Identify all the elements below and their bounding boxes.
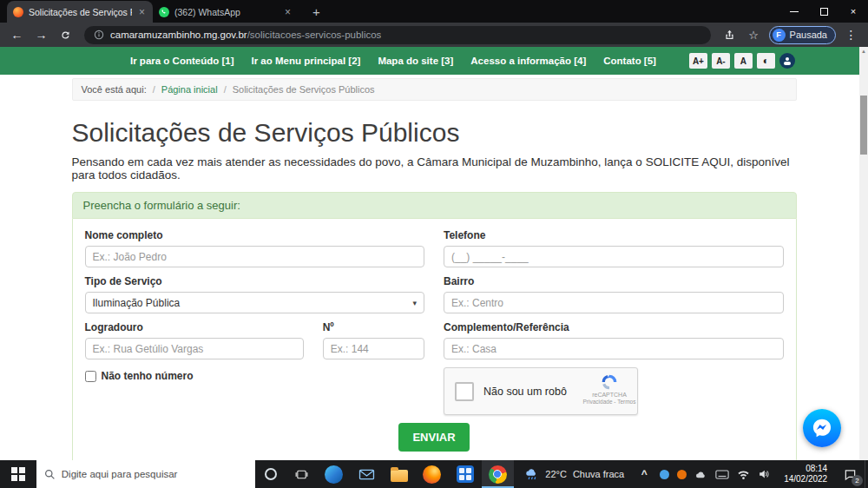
bairro-input[interactable] bbox=[444, 292, 784, 313]
tipo-servico-value: Iluminação Pública bbox=[93, 297, 181, 309]
reload-button[interactable] bbox=[56, 26, 75, 44]
reload-icon bbox=[60, 30, 71, 41]
site-favicon-icon bbox=[13, 7, 23, 17]
windows-taskbar: 22°C Chuva fraca ^ 08:14 14/02/2022 2 bbox=[0, 460, 868, 488]
page-title: Solicitações de Serviços Públicos bbox=[72, 118, 797, 148]
minimize-icon bbox=[790, 11, 799, 12]
taskbar-search[interactable] bbox=[36, 460, 255, 488]
font-decrease-button[interactable]: A- bbox=[712, 53, 730, 69]
scrollbar-up-icon[interactable]: ▲ bbox=[859, 47, 868, 56]
clock-date: 14/02/2022 bbox=[784, 474, 827, 485]
address-bar[interactable]: camaramuzambinho.mg.gov.br/solicitacoes-… bbox=[84, 26, 711, 44]
tipo-servico-select[interactable]: Iluminação Pública ▾ bbox=[85, 292, 425, 313]
tab-close-icon[interactable]: × bbox=[283, 6, 293, 18]
tab-whatsapp[interactable]: (362) WhatsApp × bbox=[153, 1, 299, 23]
link-ir-menu[interactable]: Ir ao Menu principal [2] bbox=[251, 56, 360, 66]
taskbar-app-mail[interactable] bbox=[350, 460, 383, 488]
scrollbar-thumb[interactable] bbox=[860, 96, 867, 155]
clock-time: 08:14 bbox=[806, 464, 827, 474]
page-scrollbar[interactable]: ▲ bbox=[859, 47, 868, 460]
mail-icon bbox=[358, 468, 375, 481]
site-info-icon[interactable] bbox=[94, 30, 104, 40]
logradouro-label: Logradouro bbox=[85, 321, 304, 333]
tab-solicitacoes[interactable]: Solicitações de Serviços Públicos × bbox=[7, 1, 153, 23]
firefox-icon bbox=[423, 465, 441, 484]
chrome-icon bbox=[489, 465, 507, 484]
chevron-down-icon: ▾ bbox=[412, 299, 417, 307]
breadcrumb-home-link[interactable]: Página inicial bbox=[161, 84, 218, 95]
telefone-input[interactable] bbox=[444, 246, 784, 267]
no-number-label: Não tenho número bbox=[102, 370, 194, 382]
recaptcha-privacy-terms-links[interactable]: Privacidade - Termos bbox=[583, 399, 636, 405]
weather-widget[interactable]: 22°C Chuva fraca bbox=[514, 460, 635, 488]
taskbar-clock[interactable]: 08:14 14/02/2022 bbox=[776, 460, 835, 488]
browser-menu-button[interactable]: ⋮ bbox=[842, 26, 860, 44]
messenger-chat-button[interactable] bbox=[803, 409, 841, 447]
weather-condition: Chuva fraca bbox=[573, 469, 624, 479]
tray-app-blue-icon[interactable] bbox=[660, 470, 669, 479]
browser-nav-bar: ← → camaramuzambinho.mg.gov.br/solicitac… bbox=[0, 23, 868, 47]
tray-app-orange-icon[interactable] bbox=[677, 470, 687, 479]
profile-button[interactable]: F Pausada bbox=[769, 26, 836, 44]
complemento-input[interactable] bbox=[444, 338, 784, 359]
rain-cloud-icon bbox=[524, 467, 539, 481]
show-desktop-button[interactable] bbox=[865, 460, 868, 488]
breadcrumb: Você está aqui: / Página inicial / Solic… bbox=[72, 78, 797, 101]
close-button[interactable]: × bbox=[838, 0, 868, 23]
recaptcha-checkbox[interactable] bbox=[455, 382, 474, 401]
taskbar-search-input[interactable] bbox=[62, 469, 247, 479]
keyboard-icon[interactable] bbox=[715, 470, 729, 479]
no-number-checkbox[interactable] bbox=[85, 371, 96, 382]
logradouro-input[interactable] bbox=[85, 338, 304, 359]
complemento-label: Complemento/Referência bbox=[444, 321, 784, 333]
browser-tab-bar: Solicitações de Serviços Públicos × (362… bbox=[0, 0, 868, 23]
enviar-button[interactable]: ENVIAR bbox=[398, 423, 469, 452]
maximize-button[interactable] bbox=[809, 0, 838, 23]
link-contato[interactable]: Contato [5] bbox=[603, 56, 656, 66]
taskbar-app-chrome[interactable] bbox=[482, 460, 515, 488]
action-center-button[interactable]: 2 bbox=[835, 460, 865, 488]
minimize-button[interactable] bbox=[779, 0, 809, 23]
link-acesso-informacao[interactable]: Acesso a informação [4] bbox=[470, 56, 586, 66]
tray-expand-button[interactable]: ^ bbox=[635, 460, 654, 488]
breadcrumb-prefix: Você está aqui: bbox=[82, 84, 147, 95]
share-button[interactable] bbox=[720, 26, 739, 44]
new-tab-button[interactable]: + bbox=[306, 1, 327, 23]
profile-label: Pausada bbox=[790, 30, 827, 40]
telefone-label: Telefone bbox=[444, 229, 784, 241]
window-controls: × bbox=[779, 0, 868, 23]
forward-button[interactable]: → bbox=[32, 26, 50, 44]
font-increase-button[interactable]: A+ bbox=[689, 53, 707, 69]
page-intro: Pensando em cada vez mais atender as nec… bbox=[72, 155, 797, 181]
nome-input[interactable] bbox=[85, 246, 425, 267]
contrast-toggle-button[interactable]: ◐ bbox=[757, 53, 775, 69]
font-size-controls: A+ A- A ◐ bbox=[689, 53, 795, 69]
taskbar-app-file-explorer[interactable] bbox=[383, 460, 416, 488]
breadcrumb-current: Solicitações de Serviços Públicos bbox=[233, 84, 375, 95]
taskbar-app-grid[interactable] bbox=[449, 460, 482, 488]
accessibility-icon bbox=[786, 57, 789, 61]
cortana-button[interactable] bbox=[255, 460, 286, 488]
volume-icon[interactable] bbox=[758, 468, 770, 480]
back-button[interactable]: ← bbox=[8, 26, 26, 44]
start-button[interactable] bbox=[0, 460, 36, 488]
accessibility-widget-button[interactable] bbox=[779, 53, 795, 69]
edge-icon bbox=[325, 465, 343, 484]
taskbar-app-edge[interactable] bbox=[317, 460, 350, 488]
tab-close-icon[interactable]: × bbox=[137, 6, 147, 18]
tray-cloud-icon[interactable] bbox=[694, 470, 707, 479]
recaptcha-label: Não sou um robô bbox=[483, 386, 567, 398]
wifi-icon[interactable] bbox=[737, 468, 750, 481]
numero-input[interactable] bbox=[323, 338, 424, 359]
font-reset-button[interactable]: A bbox=[734, 53, 753, 69]
bookmark-star-button[interactable]: ☆ bbox=[745, 26, 763, 44]
link-mapa-site[interactable]: Mapa do site [3] bbox=[378, 56, 453, 66]
share-icon bbox=[724, 30, 735, 41]
numero-label: Nº bbox=[323, 321, 424, 333]
nome-label: Nome completo bbox=[85, 229, 425, 241]
recaptcha-brand: reCAPTCHA bbox=[592, 392, 627, 398]
taskbar-app-firefox[interactable] bbox=[416, 460, 449, 488]
bairro-label: Bairro bbox=[444, 275, 784, 287]
task-view-button[interactable] bbox=[286, 460, 318, 488]
link-ir-conteudo[interactable]: Ir para o Conteúdo [1] bbox=[130, 56, 233, 66]
